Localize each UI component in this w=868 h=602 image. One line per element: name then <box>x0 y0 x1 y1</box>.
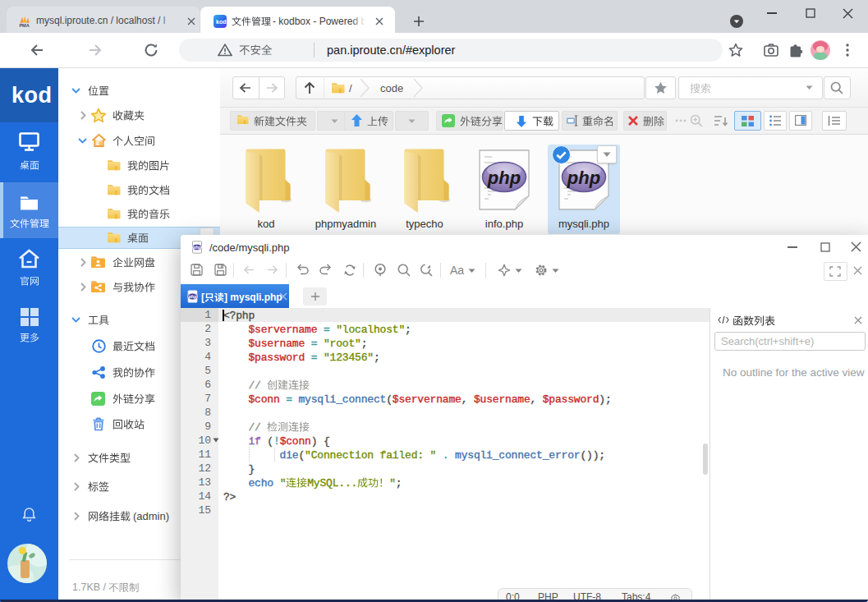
svg-text:php: php <box>567 168 600 188</box>
svg-text:PMA: PMA <box>19 23 29 28</box>
svg-text:php: php <box>188 294 198 299</box>
svg-text:php: php <box>192 245 202 250</box>
svg-text:php: php <box>487 168 521 188</box>
